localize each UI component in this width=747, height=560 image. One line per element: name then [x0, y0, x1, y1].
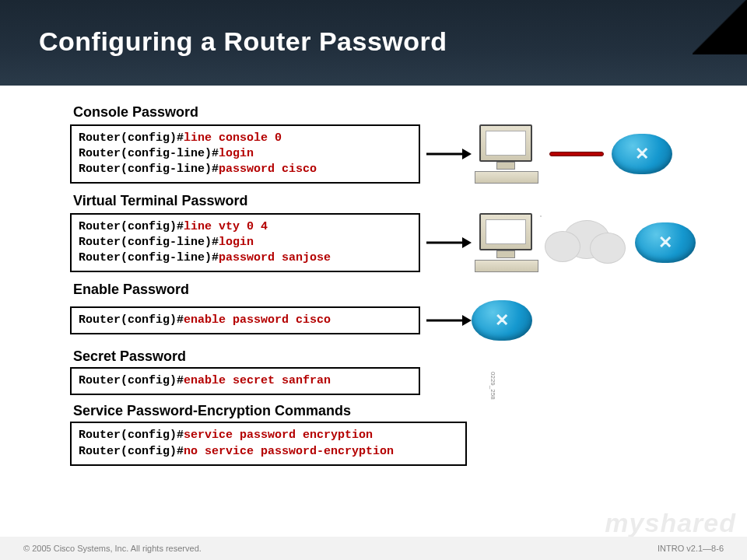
command: line console 0 — [184, 131, 282, 145]
section-label: Service Password-Encryption Commands — [73, 403, 700, 419]
prompt: Router(config-line)# — [79, 251, 219, 264]
figure-code: 0229_258 — [489, 372, 496, 400]
slide-content: Console Password Router(config)#line con… — [0, 86, 747, 466]
copyright: © 2005 Cisco Systems, Inc. All rights re… — [23, 544, 202, 553]
section-label: Virtual Terminal Password — [73, 193, 700, 209]
router-icon: ✕ — [472, 300, 532, 341]
prompt: Router(config)# — [79, 445, 184, 458]
section-label: Console Password — [73, 104, 700, 121]
command: login — [219, 147, 254, 160]
command: login — [219, 236, 254, 249]
graphic-vty: ✕ — [472, 212, 696, 274]
router-icon: ✕ — [635, 222, 696, 263]
console-cable — [549, 152, 604, 156]
prompt: Router(config-line)# — [79, 236, 219, 249]
corner-accent — [693, 0, 747, 54]
arrow-icon — [425, 142, 472, 166]
command: enable password cisco — [184, 313, 331, 327]
section-enable: Enable Password Router(config)#enable pa… — [70, 282, 700, 341]
cloud-icon — [540, 215, 633, 270]
graphic-router: ✕ — [472, 300, 532, 341]
title-bar: Configuring a Router Password — [0, 0, 747, 86]
code-box-vty: Router(config)#line vty 0 4 Router(confi… — [70, 213, 420, 273]
command: service password encryption — [184, 429, 373, 442]
code-box-enable: Router(config)#enable password cisco — [70, 306, 420, 334]
code-box-console: Router(config)#line console 0 Router(con… — [70, 124, 420, 184]
section-label: Secret Password — [73, 348, 700, 365]
section-secret: Secret Password Router(config)#enable se… — [70, 348, 700, 395]
command: password cisco — [219, 163, 317, 176]
prompt: Router(config-line)# — [79, 163, 219, 176]
prompt: Router(config)# — [79, 313, 184, 327]
section-service-encrypt: Service Password-Encryption Commands Rou… — [70, 403, 700, 466]
command: line vty 0 4 — [184, 220, 268, 233]
watermark: myshared — [605, 508, 736, 538]
slide-title: Configuring a Router Password — [39, 26, 708, 57]
section-label: Enable Password — [73, 282, 700, 298]
computer-icon — [472, 212, 542, 274]
prompt: Router(config)# — [79, 220, 184, 233]
router-icon: ✕ — [612, 134, 672, 174]
svg-marker-5 — [462, 315, 472, 326]
graphic-console: ✕ — [472, 123, 672, 185]
arrow-icon — [425, 231, 472, 254]
code-box-secret: Router(config)#enable secret sanfran — [70, 367, 420, 395]
slide-number: INTRO v2.1—8-6 — [658, 544, 724, 553]
command: enable secret sanfran — [184, 374, 331, 387]
prompt: Router(config)# — [79, 374, 184, 387]
computer-icon — [472, 123, 542, 185]
command: no service password-encryption — [184, 445, 394, 458]
svg-marker-3 — [462, 237, 472, 248]
section-vty: Virtual Terminal Password Router(config)… — [70, 193, 700, 274]
prompt: Router(config)# — [79, 131, 184, 145]
section-console: Console Password Router(config)#line con… — [70, 104, 700, 185]
arrow-icon — [425, 309, 472, 332]
code-box-service: Router(config)#service password encrypti… — [70, 422, 467, 466]
prompt: Router(config)# — [79, 429, 184, 442]
svg-marker-1 — [462, 149, 472, 159]
prompt: Router(config-line)# — [79, 147, 219, 160]
slide-footer: © 2005 Cisco Systems, Inc. All rights re… — [0, 537, 747, 560]
command: password sanjose — [219, 251, 331, 264]
